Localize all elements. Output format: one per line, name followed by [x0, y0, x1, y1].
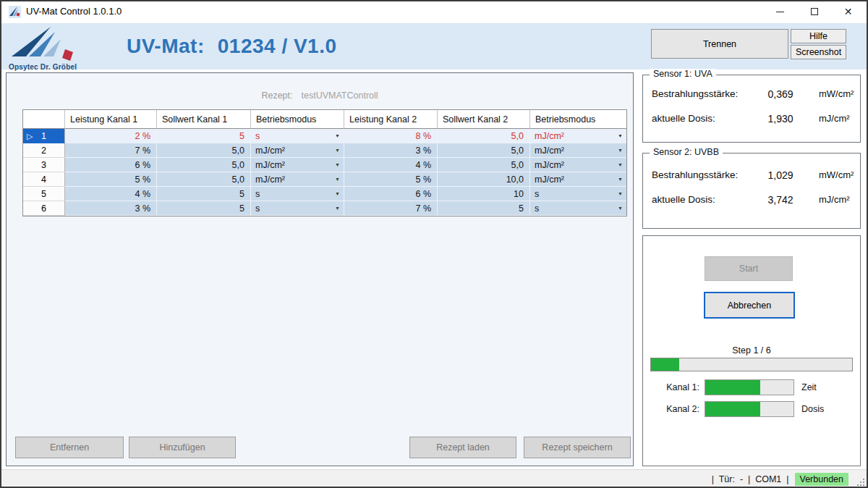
cell-power1-row2[interactable]: 7 % — [65, 143, 157, 158]
cell-mode2-row6[interactable]: s▼ — [530, 201, 626, 216]
company-logo: Opsytec Dr. Gröbel — [9, 25, 88, 71]
dropdown-icon[interactable]: ▼ — [618, 206, 623, 211]
close-button[interactable]: ✕ — [831, 0, 865, 23]
cell-mode1-row5[interactable]: s▼ — [251, 187, 344, 201]
cell-power2-row5[interactable]: 6 % — [344, 187, 438, 201]
row-header-3[interactable]: 3 — [23, 158, 65, 172]
remove-step-button[interactable]: Entfernen — [15, 437, 124, 458]
cell-power2-row2[interactable]: 3 % — [344, 143, 438, 158]
load-recipe-button[interactable]: Rezept laden — [409, 437, 516, 458]
step-progress-bar — [650, 358, 853, 371]
cell-mode1-row6[interactable]: s▼ — [251, 201, 344, 216]
cell-setpoint2-row5[interactable]: 10 — [438, 187, 530, 201]
cell-setpoint2-row2[interactable]: 5,0 — [438, 143, 530, 158]
dose-label: aktuelle Dosis: — [652, 113, 715, 124]
maximize-button[interactable] — [797, 0, 831, 23]
cell-mode1-row1[interactable]: s▼ — [251, 129, 344, 143]
maximize-icon — [811, 8, 818, 15]
company-logo-icon — [9, 25, 81, 62]
channel2-progress-fill — [705, 402, 760, 416]
status-info: | Tür: - | COM1 | — [712, 474, 789, 484]
channel1-mode-label: Zeit — [801, 382, 817, 392]
column-header-mode2: Betriebsmodus — [530, 110, 626, 129]
row-header-5[interactable]: 5 — [23, 187, 65, 201]
dropdown-icon[interactable]: ▼ — [335, 133, 340, 138]
dropdown-icon[interactable]: ▼ — [335, 162, 340, 167]
row-header-4[interactable]: 4 — [23, 172, 65, 187]
irradiance-label: Bestrahlungsstärke: — [652, 88, 738, 99]
page-title: UV-Mat: 01234 / V1.0 — [127, 23, 337, 70]
cell-power1-row3[interactable]: 6 % — [65, 158, 157, 172]
dose-label: aktuelle Dosis: — [652, 194, 715, 205]
sensor2-irradiance-unit: mW/cm² — [819, 169, 854, 180]
cell-power1-row6[interactable]: 3 % — [65, 201, 157, 216]
cell-setpoint2-row3[interactable]: 5,0 — [438, 158, 530, 172]
sensor1-irradiance-unit: mW/cm² — [819, 88, 854, 99]
step-progress-fill — [651, 358, 679, 371]
cell-mode2-row4[interactable]: mJ/cm²▼ — [530, 172, 626, 187]
row-header-6[interactable]: 6 — [23, 201, 65, 216]
sensor1-irradiance-value: 0,369 — [752, 88, 809, 100]
connection-status-badge: Verbunden — [795, 473, 848, 486]
channel2-label: Kanal 2: — [643, 404, 699, 414]
dropdown-icon[interactable]: ▼ — [335, 177, 340, 182]
resize-grip-icon[interactable] — [856, 477, 865, 487]
cell-power1-row5[interactable]: 4 % — [65, 187, 157, 201]
cell-power1-row1[interactable]: 2 % — [65, 129, 157, 143]
cell-power2-row4[interactable]: 5 % — [344, 172, 438, 187]
dropdown-icon[interactable]: ▼ — [335, 148, 340, 153]
dropdown-icon[interactable]: ▼ — [618, 148, 623, 153]
add-step-button[interactable]: Hinzufügen — [129, 437, 236, 458]
minimize-icon — [776, 12, 784, 12]
cell-mode2-row1[interactable]: mJ/cm²▼ — [530, 129, 626, 143]
channel1-label: Kanal 1: — [643, 382, 699, 392]
screenshot-button[interactable]: Screenshot — [791, 45, 846, 59]
cell-setpoint2-row1[interactable]: 5,0 — [438, 129, 530, 143]
cell-power2-row6[interactable]: 7 % — [344, 201, 438, 216]
help-button[interactable]: Hilfe — [791, 29, 846, 43]
cell-power1-row4[interactable]: 5 % — [65, 172, 157, 187]
dropdown-icon[interactable]: ▼ — [618, 191, 623, 196]
row-header-2[interactable]: 2 — [23, 143, 65, 158]
dropdown-icon[interactable]: ▼ — [335, 206, 340, 211]
device-label: UV-Mat: — [127, 35, 205, 58]
cell-power2-row3[interactable]: 4 % — [344, 158, 438, 172]
cell-setpoint2-row6[interactable]: 5 — [438, 201, 530, 216]
save-recipe-button[interactable]: Rezept speichern — [524, 437, 631, 458]
dropdown-icon[interactable]: ▼ — [618, 162, 623, 167]
device-serial-version: 01234 / V1.0 — [218, 35, 337, 58]
cell-mode1-row2[interactable]: mJ/cm²▼ — [251, 143, 344, 158]
cell-setpoint2-row4[interactable]: 10,0 — [438, 172, 530, 187]
cell-setpoint1-row4[interactable]: 5,0 — [157, 172, 251, 187]
cell-mode2-row2[interactable]: mJ/cm²▼ — [530, 143, 626, 158]
sensor2-title: Sensor 2: UVBB — [650, 147, 723, 157]
title-bar: UV-Mat Control 1.0.1.0 ✕ — [0, 0, 868, 23]
row-header-1[interactable]: ▷ 1 — [23, 129, 65, 143]
minimize-button[interactable] — [763, 0, 797, 23]
sensor1-dose-unit: mJ/cm² — [819, 113, 850, 124]
cell-setpoint1-row5[interactable]: 5 — [157, 187, 251, 201]
cell-setpoint1-row1[interactable]: 5 — [157, 129, 251, 143]
sensor2-dose-value: 3,742 — [752, 194, 809, 206]
cell-mode2-row3[interactable]: mJ/cm²▼ — [530, 158, 626, 172]
dropdown-icon[interactable]: ▼ — [335, 191, 340, 196]
abort-button[interactable]: Abbrechen — [704, 292, 795, 319]
dropdown-icon[interactable]: ▼ — [618, 177, 623, 182]
cell-setpoint1-row3[interactable]: 5,0 — [157, 158, 251, 172]
start-button[interactable]: Start — [705, 256, 793, 281]
sensor2-dose-unit: mJ/cm² — [819, 194, 850, 205]
recipe-name: testUVMATControll — [302, 91, 378, 101]
cell-mode2-row5[interactable]: s▼ — [530, 187, 626, 201]
channel1-progress-fill — [705, 380, 760, 395]
cell-mode1-row4[interactable]: mJ/cm²▼ — [251, 172, 344, 187]
recipe-steps-table: Leistung Kanal 1 Sollwert Kanal 1 Betrie… — [22, 109, 627, 216]
disconnect-button[interactable]: Trennen — [651, 29, 788, 59]
column-header-row-selector — [23, 110, 65, 129]
cell-setpoint1-row2[interactable]: 5,0 — [157, 143, 251, 158]
app-window: UV-Mat Control 1.0.1.0 ✕ Opsytec Dr. Grö… — [0, 0, 868, 488]
dropdown-icon[interactable]: ▼ — [618, 133, 623, 138]
cell-mode1-row3[interactable]: mJ/cm²▼ — [251, 158, 344, 172]
cell-power2-row1[interactable]: 8 % — [344, 129, 438, 143]
cell-setpoint1-row6[interactable]: 5 — [157, 201, 251, 216]
window-title: UV-Mat Control 1.0.1.0 — [26, 6, 122, 17]
